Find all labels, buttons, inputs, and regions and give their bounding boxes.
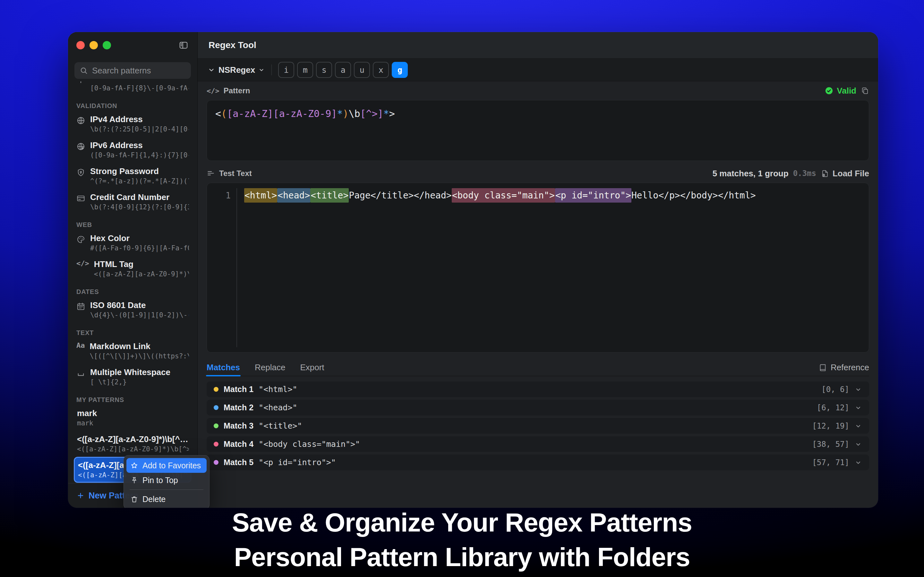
expand-chevron-icon[interactable]	[855, 440, 862, 448]
match-row[interactable]: Match 4"<body class="main">"[38, 57]	[207, 436, 869, 452]
flag-a-button[interactable]: a	[335, 62, 351, 78]
star-icon	[130, 462, 138, 470]
match-label: Match 3	[224, 421, 254, 430]
flag-x-button[interactable]: x	[373, 62, 389, 78]
match-summary: 5 matches, 1 group	[712, 169, 788, 179]
pattern-preview: \[([^\[\]]+)\]\((https?:\/\/…	[90, 352, 189, 360]
tab-replace[interactable]: Replace	[255, 359, 285, 376]
match-range: [6, 12]	[817, 403, 849, 412]
pattern-title: Credit Card Number	[90, 192, 189, 202]
caption-line-2: Personal Pattern Library with Folders	[0, 540, 924, 574]
pin-icon	[130, 476, 138, 484]
match-row[interactable]: Match 5"<p id="intro">"[57, 71]	[207, 455, 869, 470]
pattern-title: <([a-zA-Z][a-zA-Z0-9]*)\b[^…	[77, 434, 189, 444]
menu-item-add-to-favorites[interactable]: Add to Favorites	[126, 458, 207, 473]
search-placeholder: Search patterns	[92, 66, 151, 76]
pattern-token: *	[383, 108, 389, 119]
expand-chevron-icon[interactable]	[855, 422, 862, 430]
zoom-window-button[interactable]	[103, 41, 111, 49]
menu-item-label: Add to Favorites	[142, 461, 201, 470]
flag-s-button[interactable]: s	[316, 62, 332, 78]
minimize-window-button[interactable]	[89, 41, 98, 49]
card-icon	[76, 194, 86, 203]
pattern-input[interactable]: <([a-zA-Z][a-zA-Z0-9]*)\b[^>]*>	[207, 100, 869, 161]
expand-chevron-icon[interactable]	[855, 386, 862, 393]
flag-buttons: imsauxg	[278, 62, 411, 78]
match-value: "<title>"	[258, 421, 302, 430]
expand-chevron-icon[interactable]	[855, 459, 862, 466]
sidebar-pattern-item[interactable]: Multiple Whitespace[ \t]{2,}	[74, 364, 192, 390]
chevron-down-icon	[258, 66, 265, 73]
match-range: [12, 19]	[812, 422, 849, 430]
reference-label: Reference	[830, 363, 869, 372]
pattern-title: Strong Password	[90, 166, 189, 176]
pattern-title: Hex Color	[90, 234, 189, 243]
close-window-button[interactable]	[76, 41, 85, 49]
engine-selector[interactable]: NSRegex	[207, 65, 265, 75]
match-color-dot	[214, 387, 218, 392]
reference-button[interactable]: Reference	[819, 359, 869, 376]
menu-item-delete[interactable]: Delete	[126, 492, 207, 506]
flag-m-button[interactable]: m	[297, 62, 313, 78]
pattern-preview: \d{4}\-(0[1-9]|1[0-2])\-(0[1…	[90, 311, 189, 319]
match-value: "<p id="intro">"	[258, 458, 336, 467]
match-color-dot	[214, 460, 218, 465]
sidebar-pattern-item[interactable]: Strong Password^(?=.*[a-z])(?=.*[A-Z])(?…	[74, 163, 192, 189]
tab-export[interactable]: Export	[300, 359, 324, 376]
sidebar-header	[68, 32, 197, 58]
expand-chevron-icon[interactable]	[855, 404, 862, 412]
flag-u-button[interactable]: u	[354, 62, 370, 78]
match-row[interactable]: Match 2"<head>"[6, 12]	[207, 400, 869, 416]
sidebar-pattern-item[interactable]: UUID[0-9a-fA-F]{8}\-[0-9a-fA-F]{…	[74, 81, 192, 96]
search-input[interactable]: Search patterns	[74, 62, 191, 79]
tab-matches[interactable]: Matches	[207, 359, 240, 376]
test-text-editor[interactable]: 1 <html><head><title>Page</title></head>…	[207, 183, 869, 353]
sidebar-pattern-item[interactable]: ISO 8601 Date\d{4}\-(0[1-9]|1[0-2])\-(0[…	[74, 297, 192, 323]
copy-icon[interactable]	[861, 87, 869, 95]
match-value: "<head>"	[258, 403, 297, 412]
uuid-icon	[76, 81, 86, 84]
pattern-title: UUID	[90, 81, 189, 83]
match-row[interactable]: Match 1"<html>"[0, 6]	[207, 382, 869, 397]
sidebar-pattern-item[interactable]: IPv4 Address\b(?:(?:25[0-5]|2[0-4][0-9]|…	[74, 111, 192, 137]
code-tag-icon: </>	[207, 87, 220, 95]
sidebar-pattern-item[interactable]: markmark	[74, 405, 192, 431]
test-text-line: <html><head><title>Page</title></head><b…	[237, 188, 756, 347]
match-range: [57, 71]	[812, 458, 849, 467]
menu-item-label: Pin to Top	[142, 476, 178, 485]
test-section-header: Test Text 5 matches, 1 group 0.3ms Load …	[207, 164, 869, 183]
pattern-preview: <([a-zA-Z][a-zA-Z0-9]*)\b[^>]…	[77, 445, 189, 453]
sidebar-pattern-item[interactable]: IPv6 Address([0-9a-fA-F]{1,4}:){7}[0-9a-…	[74, 137, 192, 163]
text-lines-icon	[207, 169, 215, 177]
flag-i-button[interactable]: i	[278, 62, 294, 78]
sidebar-toggle-icon[interactable]	[178, 40, 189, 50]
sidebar-pattern-item[interactable]: Hex Color#([A-Fa-f0-9]{6}|[A-Fa-f0-9]…	[74, 230, 192, 256]
match-label: Match 5	[224, 458, 254, 467]
menu-item-pin-to-top[interactable]: Pin to Top	[126, 473, 207, 488]
search-icon	[79, 66, 88, 75]
sidebar-section-label: DATES	[76, 288, 189, 295]
pattern-token: (	[221, 108, 227, 119]
flag-g-button[interactable]: g	[392, 62, 408, 78]
menu-item-label: Delete	[142, 495, 166, 504]
pattern-preview: ([0-9a-fA-F]{1,4}:){7}[0-9a-…	[90, 151, 189, 159]
pattern-title: IPv4 Address	[90, 114, 189, 124]
load-file-label: Load File	[833, 169, 869, 179]
validity-badge: Valid	[825, 86, 856, 96]
whitespace-icon	[76, 369, 86, 378]
pattern-token: *	[337, 108, 342, 119]
load-file-button[interactable]: Load File	[821, 169, 869, 179]
pattern-preview: [ \t]{2,}	[90, 378, 189, 386]
sidebar: Search patterns UUID[0-9a-fA-F]{8}\-[0-9…	[68, 32, 198, 508]
sidebar-pattern-item[interactable]: AaMarkdown Link\[([^\[\]]+)\]\((https?:\…	[74, 338, 192, 364]
sidebar-pattern-item[interactable]: Credit Card Number\b(?:4[0-9]{12}(?:[0-9…	[74, 189, 192, 215]
pattern-token: )	[342, 108, 349, 119]
sidebar-section-label: MY PATTERNS	[76, 396, 189, 404]
pattern-title: Multiple Whitespace	[90, 367, 189, 377]
pattern-preview: \b(?:(?:25[0-5]|2[0-4][0-9]|…	[90, 125, 189, 133]
file-plus-icon	[821, 169, 829, 178]
chevron-down-icon	[207, 66, 216, 74]
sidebar-pattern-item[interactable]: <([a-zA-Z][a-zA-Z0-9]*)\b[^…<([a-zA-Z][a…	[74, 431, 192, 457]
sidebar-pattern-item[interactable]: </>HTML Tag<([a-zA-Z][a-zA-Z0-9]*)\b[^>…	[74, 256, 192, 282]
match-row[interactable]: Match 3"<title>"[12, 19]	[207, 418, 869, 434]
